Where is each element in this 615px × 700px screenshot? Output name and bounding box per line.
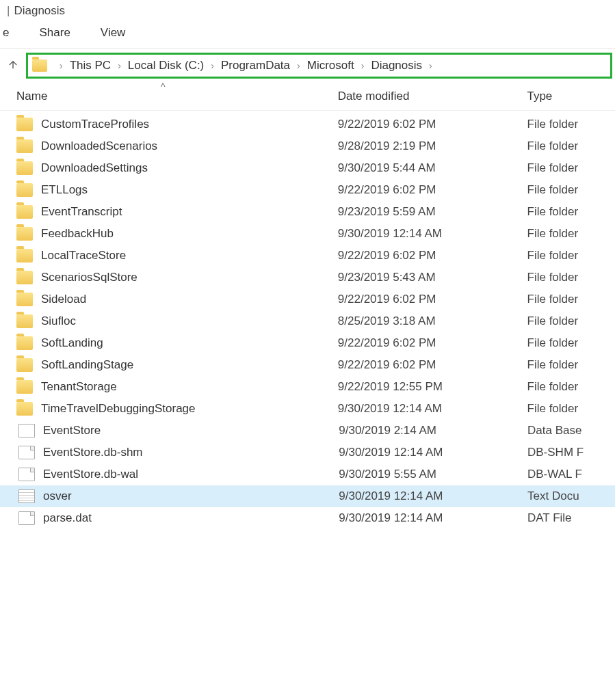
ribbon-tab-home[interactable]: e [0, 25, 12, 41]
folder-icon [16, 161, 33, 175]
breadcrumb-diagnosis[interactable]: Diagnosis [371, 59, 422, 72]
folder-icon [16, 271, 33, 284]
file-row[interactable]: DownloadedScenarios9/28/2019 2:19 PMFile… [0, 135, 615, 157]
file-row[interactable]: ScenariosSqlStore9/23/2019 5:43 AMFile f… [0, 267, 615, 288]
file-type: File folder [527, 402, 615, 416]
file-type: DAT File [527, 511, 615, 525]
file-type: File folder [527, 249, 615, 262]
file-name: TenantStorage [41, 380, 338, 394]
file-row[interactable]: EventTranscript9/23/2019 5:59 AMFile fol… [0, 201, 615, 223]
file-name: SoftLanding [41, 336, 338, 350]
folder-icon [16, 336, 33, 350]
file-row[interactable]: EventStore.db-shm9/30/2019 12:14 AMDB-SH… [0, 442, 615, 463]
ribbon-tab-share[interactable]: Share [36, 25, 73, 41]
file-row[interactable]: TimeTravelDebuggingStorage9/30/2019 12:1… [0, 398, 615, 420]
folder-icon [16, 118, 33, 131]
folder-icon [16, 183, 33, 197]
file-name: parse.dat [43, 511, 339, 525]
file-name: DownloadedSettings [41, 161, 338, 175]
file-date: 9/30/2019 12:14 AM [339, 489, 527, 503]
file-icon [18, 468, 35, 481]
breadcrumb-programdata[interactable]: ProgramData [221, 59, 290, 72]
file-name: FeedbackHub [41, 227, 338, 241]
window-title: Diagnosis [14, 4, 65, 18]
file-row[interactable]: DownloadedSettings9/30/2019 5:44 AMFile … [0, 157, 615, 179]
file-row[interactable]: parse.dat9/30/2019 12:14 AMDAT File [0, 507, 615, 529]
file-row[interactable]: EventStore9/30/2019 2:14 AMData Base [0, 420, 615, 442]
column-header-name[interactable]: Name [16, 90, 338, 103]
file-row[interactable]: CustomTraceProfiles9/22/2019 6:02 PMFile… [0, 113, 615, 135]
file-date: 9/28/2019 2:19 PM [338, 139, 527, 153]
file-type: File folder [527, 358, 615, 372]
file-name: ScenariosSqlStore [41, 271, 338, 284]
file-name: LocalTraceStore [41, 249, 338, 262]
file-list: CustomTraceProfiles9/22/2019 6:02 PMFile… [0, 111, 615, 543]
file-date: 9/23/2019 5:59 AM [338, 205, 527, 219]
file-type: File folder [527, 118, 615, 131]
file-type: File folder [527, 293, 615, 306]
text-document-icon [18, 489, 35, 503]
file-name: EventStore.db-shm [43, 446, 339, 459]
file-row[interactable]: Sideload9/22/2019 6:02 PMFile folder [0, 288, 615, 310]
chevron-right-icon: › [290, 60, 307, 71]
file-date: 9/30/2019 12:14 AM [339, 511, 527, 525]
file-row[interactable]: FeedbackHub9/30/2019 12:14 AMFile folder [0, 223, 615, 245]
file-type: File folder [527, 183, 615, 197]
file-type: File folder [527, 336, 615, 350]
breadcrumb-microsoft[interactable]: Microsoft [307, 59, 354, 72]
file-name: ETLLogs [41, 183, 338, 197]
file-row[interactable]: osver9/30/2019 12:14 AMText Docu [0, 485, 615, 507]
file-type: File folder [527, 139, 615, 153]
file-name: EventStore [43, 424, 339, 438]
sort-ascending-icon: ^ [161, 81, 166, 92]
file-type: DB-WAL F [527, 468, 615, 481]
chevron-right-icon: › [354, 60, 371, 71]
file-icon [18, 511, 35, 525]
file-type: File folder [527, 161, 615, 175]
breadcrumb[interactable]: › This PC › Local Disk (C:) › ProgramDat… [26, 53, 612, 79]
breadcrumb-this-pc[interactable]: This PC [70, 59, 111, 72]
file-row[interactable]: LocalTraceStore9/22/2019 6:02 PMFile fol… [0, 245, 615, 267]
file-row[interactable]: SoftLanding9/22/2019 6:02 PMFile folder [0, 332, 615, 354]
folder-icon [16, 314, 33, 328]
file-date: 9/22/2019 6:02 PM [338, 118, 527, 131]
file-type: File folder [527, 205, 615, 219]
folder-icon [32, 59, 47, 72]
folder-icon [16, 139, 33, 153]
chevron-right-icon: › [111, 60, 128, 71]
file-row[interactable]: EventStore.db-wal9/30/2019 5:55 AMDB-WAL… [0, 463, 615, 485]
file-name: TimeTravelDebuggingStorage [41, 402, 338, 416]
file-name: DownloadedScenarios [41, 139, 338, 153]
file-date: 9/30/2019 5:44 AM [338, 161, 527, 175]
file-date: 9/22/2019 6:02 PM [338, 183, 527, 197]
file-row[interactable]: TenantStorage9/22/2019 12:55 PMFile fold… [0, 376, 615, 398]
column-header-type[interactable]: Type [527, 90, 615, 103]
file-date: 9/30/2019 2:14 AM [339, 424, 527, 438]
file-date: 8/25/2019 3:18 AM [338, 314, 527, 328]
folder-icon [16, 293, 33, 306]
file-date: 9/30/2019 12:14 AM [339, 446, 527, 459]
file-date: 9/30/2019 12:14 AM [338, 227, 527, 241]
file-name: EventStore.db-wal [43, 468, 339, 481]
file-name: EventTranscript [41, 205, 338, 219]
column-header-date[interactable]: Date modified [338, 90, 527, 103]
file-type: File folder [527, 314, 615, 328]
file-date: 9/30/2019 5:55 AM [339, 468, 527, 481]
file-name: SoftLandingStage [41, 358, 338, 372]
chevron-right-icon: › [422, 60, 439, 71]
file-row[interactable]: ETLLogs9/22/2019 6:02 PMFile folder [0, 179, 615, 201]
file-name: osver [43, 489, 339, 503]
file-name: Siufloc [41, 314, 338, 328]
folder-icon [16, 402, 33, 416]
file-type: DB-SHM F [527, 446, 615, 459]
file-row[interactable]: Siufloc8/25/2019 3:18 AMFile folder [0, 310, 615, 332]
chevron-right-icon: › [53, 60, 70, 71]
file-type: File folder [527, 271, 615, 284]
breadcrumb-local-disk[interactable]: Local Disk (C:) [128, 59, 204, 72]
folder-icon [16, 227, 33, 241]
nav-up-button[interactable] [3, 59, 23, 73]
chevron-right-icon: › [204, 60, 221, 71]
title-bar: | Diagnosis [0, 0, 615, 22]
file-row[interactable]: SoftLandingStage9/22/2019 6:02 PMFile fo… [0, 354, 615, 376]
ribbon-tab-view[interactable]: View [98, 25, 129, 41]
